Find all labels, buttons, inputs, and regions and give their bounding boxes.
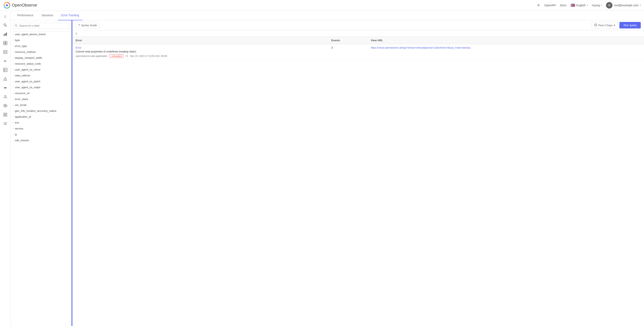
- field-item-user_agent_os_major[interactable]: ›user_agent_os_major: [10, 84, 71, 90]
- field-chevron-icon: ›: [13, 39, 14, 41]
- org-selector[interactable]: myorg ▾: [592, 4, 602, 7]
- events-cell: 3: [328, 44, 368, 60]
- field-name-label: resource_status_code: [15, 62, 41, 65]
- field-item-error_stack[interactable]: ›error_stack: [10, 96, 71, 102]
- tab-error-tracking[interactable]: Error Tracking: [58, 10, 82, 20]
- sidebar-item-table[interactable]: [1, 66, 9, 74]
- field-chevron-icon: ›: [13, 128, 14, 130]
- run-query-button[interactable]: Run query: [620, 22, 641, 28]
- avatar: R: [606, 2, 612, 8]
- logo-text: OpenObserve: [12, 3, 37, 8]
- view-url-link[interactable]: https://cloud.openobserve.ai/logs?stream…: [371, 46, 470, 49]
- search-icon: [15, 24, 18, 28]
- field-panel: ›user_agent_device_brand›type›error_type…: [10, 20, 72, 326]
- sidebar-item-metrics[interactable]: [1, 30, 9, 38]
- right-panel: ? Syntax Guide Past 2 Days ▾ Run query: [72, 20, 644, 326]
- field-name-label: error_type: [15, 44, 27, 48]
- field-name-label: geo_info_location_accuracy_radius: [15, 109, 56, 112]
- field-item-service[interactable]: ›service: [10, 126, 71, 132]
- field-item-view_referrer[interactable]: ›view_referrer: [10, 72, 71, 78]
- field-item-geo_info_location_accuracy_radius[interactable]: ›geo_info_location_accuracy_radius: [10, 108, 71, 114]
- syntax-guide-button[interactable]: ? Syntax Guide: [76, 22, 100, 28]
- metrics-icon: [3, 32, 7, 36]
- error-source: openobserve-web-application: [76, 55, 108, 58]
- field-item-application_id[interactable]: ›application_id: [10, 114, 71, 120]
- docs-link[interactable]: Docs: [560, 4, 566, 7]
- table-icon: [3, 68, 7, 72]
- sidebar-item-integrations[interactable]: [1, 110, 9, 119]
- tab-performance[interactable]: Performance: [14, 10, 36, 20]
- field-chevron-icon: ›: [13, 122, 14, 124]
- openapi-link[interactable]: OpenAPI: [544, 4, 556, 7]
- field-chevron-icon: ›: [13, 139, 14, 142]
- sidebar-item-alerts[interactable]: [1, 75, 9, 83]
- field-item-sdk_version[interactable]: ›sdk_version: [10, 138, 71, 143]
- time-range-button[interactable]: Past 2 Days ▾: [592, 22, 618, 28]
- field-item-resource_url[interactable]: ›resource_url: [10, 90, 71, 96]
- main-content: Performance Sessions Error Tracking ›use…: [10, 10, 644, 326]
- theme-toggle[interactable]: ☀: [537, 3, 540, 8]
- table-row: Error Cannot read properties of undefine…: [72, 44, 644, 60]
- users-icon: [3, 95, 7, 99]
- alert-icon: [3, 77, 7, 81]
- field-name-label: type: [15, 38, 20, 42]
- svg-rect-10: [6, 43, 7, 45]
- language-selector[interactable]: 🇬🇧 English ▾: [570, 3, 588, 8]
- field-chevron-icon: ›: [13, 98, 14, 100]
- field-item-ip[interactable]: ›ip: [10, 132, 71, 138]
- sidebar-item-users[interactable]: [1, 93, 9, 101]
- field-item-error_type[interactable]: ›error_type: [10, 43, 71, 49]
- svg-rect-12: [4, 52, 7, 54]
- tab-sessions[interactable]: Sessions: [38, 10, 56, 20]
- error-message: Cannot read properties of undefined (rea…: [76, 50, 325, 53]
- field-item-usr_email[interactable]: ›usr_email: [10, 102, 71, 108]
- col-events: Events: [328, 37, 368, 44]
- sidebar-item-more[interactable]: [1, 120, 9, 128]
- field-item-user_agent_device_brand[interactable]: ›user_agent_device_brand: [10, 31, 71, 37]
- sidebar-item-pipeline[interactable]: [1, 84, 9, 92]
- clock-icon: [594, 24, 597, 27]
- sidebar-item-dashboard[interactable]: [1, 39, 9, 47]
- sidebar-item-search[interactable]: [1, 21, 9, 29]
- field-name-label: error_stack: [15, 98, 28, 100]
- svg-rect-4: [4, 34, 4, 36]
- svg-rect-8: [6, 41, 7, 43]
- flag-icon: 🇬🇧: [570, 3, 575, 8]
- svg-rect-27: [6, 115, 7, 116]
- field-chevron-icon: ›: [13, 116, 14, 118]
- field-item-type[interactable]: ›type: [10, 37, 71, 43]
- svg-point-23: [5, 105, 6, 106]
- field-item-resource_status_code[interactable]: ›resource_status_code: [10, 61, 71, 67]
- user-menu[interactable]: R root@example.com ▾: [606, 2, 641, 8]
- svg-line-3: [6, 26, 7, 26]
- error-type-link[interactable]: Error: [76, 46, 325, 49]
- tab-bar: Performance Sessions Error Tracking: [10, 10, 644, 20]
- field-chevron-icon: ›: [13, 62, 14, 65]
- error-meta: openobserve-web-application unhandled De…: [76, 54, 325, 58]
- svg-point-35: [15, 24, 17, 26]
- field-item-env[interactable]: ›env: [10, 120, 71, 126]
- sidebar-item-logs[interactable]: [1, 48, 9, 56]
- field-item-user_agent_os_patch[interactable]: ›user_agent_os_patch: [10, 78, 71, 84]
- field-chevron-icon: ›: [13, 104, 14, 106]
- field-search-input[interactable]: [13, 23, 69, 29]
- field-chevron-icon: ›: [13, 110, 14, 112]
- svg-point-18: [5, 80, 6, 80]
- field-name-label: service: [15, 127, 23, 130]
- field-item-display_viewport_width[interactable]: ›display_viewport_width: [10, 55, 71, 61]
- query-area: 1: [72, 30, 644, 37]
- more-icon: [3, 122, 7, 126]
- field-name-label: user_agent_os_minor: [15, 68, 40, 71]
- sidebar-item-settings[interactable]: [1, 102, 9, 110]
- svg-rect-24: [4, 113, 5, 114]
- sidebar-item-functions[interactable]: fx: [1, 57, 9, 65]
- field-item-resource_method[interactable]: ›resource_method: [10, 49, 71, 55]
- svg-rect-13: [4, 68, 7, 72]
- field-item-user_agent_os_minor[interactable]: ›user_agent_os_minor: [10, 67, 71, 72]
- svg-line-42: [127, 56, 128, 56]
- sidebar-item-home[interactable]: ⌂: [1, 12, 9, 20]
- user-chevron-icon: ▾: [640, 4, 641, 6]
- app-logo[interactable]: OpenObserve: [3, 2, 37, 9]
- field-chevron-icon: ›: [13, 86, 14, 88]
- field-name-label: user_agent_device_brand: [15, 33, 45, 36]
